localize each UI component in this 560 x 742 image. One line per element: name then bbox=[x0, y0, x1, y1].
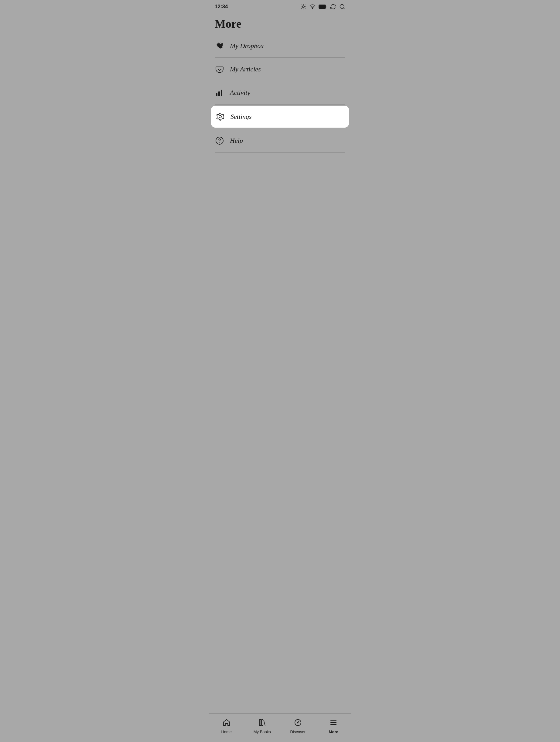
svg-rect-19 bbox=[216, 93, 217, 96]
tab-discover[interactable]: Discover bbox=[280, 717, 316, 736]
divider-3 bbox=[215, 104, 345, 105]
page-header: More bbox=[209, 12, 351, 34]
tab-home[interactable]: Home bbox=[209, 717, 244, 736]
wifi-icon bbox=[310, 4, 316, 10]
tab-mybooks-label: My Books bbox=[254, 730, 271, 734]
dropbox-icon bbox=[215, 42, 224, 50]
svg-rect-25 bbox=[259, 720, 261, 726]
help-label: Help bbox=[230, 137, 243, 145]
brightness-icon bbox=[300, 4, 306, 10]
search-icon[interactable] bbox=[339, 4, 345, 10]
svg-rect-26 bbox=[262, 720, 263, 726]
tab-home-label: Home bbox=[221, 730, 232, 734]
settings-label: Settings bbox=[230, 113, 252, 121]
home-icon bbox=[223, 719, 230, 728]
svg-rect-21 bbox=[221, 90, 222, 96]
articles-label: My Articles bbox=[230, 65, 261, 73]
svg-point-24 bbox=[219, 142, 220, 143]
svg-rect-20 bbox=[218, 92, 220, 96]
pocket-icon bbox=[215, 65, 224, 73]
dropbox-label: My Dropbox bbox=[230, 42, 264, 50]
activity-icon bbox=[215, 89, 224, 97]
menu-item-articles[interactable]: My Articles bbox=[209, 58, 351, 81]
tab-bar: Home My Books Discover bbox=[209, 713, 351, 742]
mybooks-icon bbox=[258, 719, 266, 728]
svg-line-3 bbox=[301, 5, 302, 5]
tab-mybooks[interactable]: My Books bbox=[244, 717, 280, 736]
menu-item-help[interactable]: Help bbox=[209, 129, 351, 152]
svg-line-13 bbox=[343, 8, 345, 9]
gear-icon bbox=[215, 112, 225, 121]
page-title: More bbox=[215, 17, 345, 31]
svg-line-4 bbox=[305, 8, 305, 8]
battery-icon bbox=[319, 4, 327, 9]
svg-marker-28 bbox=[297, 721, 299, 724]
menu-item-dropbox[interactable]: My Dropbox bbox=[209, 34, 351, 57]
discover-icon bbox=[294, 719, 302, 728]
menu-item-activity[interactable]: Activity bbox=[209, 81, 351, 104]
sync-icon bbox=[330, 4, 336, 10]
svg-rect-11 bbox=[319, 5, 325, 8]
status-time: 12:34 bbox=[215, 4, 228, 10]
tab-discover-label: Discover bbox=[290, 730, 305, 734]
status-icons bbox=[300, 4, 345, 10]
more-icon bbox=[330, 719, 337, 728]
svg-point-23 bbox=[216, 137, 223, 144]
svg-point-22 bbox=[219, 115, 221, 118]
svg-point-0 bbox=[302, 6, 304, 8]
svg-line-7 bbox=[301, 8, 302, 8]
svg-point-9 bbox=[312, 8, 313, 9]
help-icon bbox=[215, 137, 224, 145]
activity-label: Activity bbox=[230, 89, 250, 97]
divider-5 bbox=[215, 152, 345, 153]
status-bar: 12:34 bbox=[209, 0, 351, 12]
menu-list: My Dropbox My Articles Activity bbox=[209, 34, 351, 713]
tab-more[interactable]: More bbox=[316, 717, 352, 736]
menu-item-settings[interactable]: Settings bbox=[211, 106, 349, 127]
svg-line-8 bbox=[305, 5, 305, 5]
svg-point-12 bbox=[340, 5, 344, 8]
tab-more-label: More bbox=[329, 730, 338, 734]
